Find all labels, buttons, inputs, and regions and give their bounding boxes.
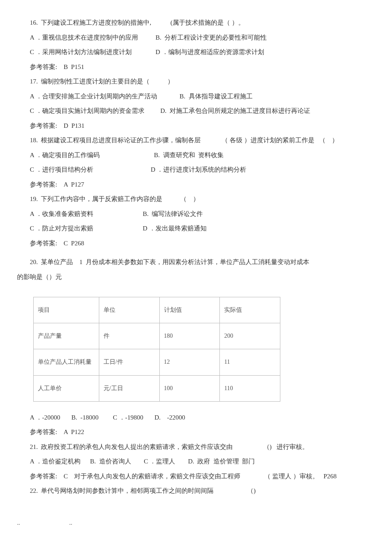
q20-ans: 参考答案: A P122 (30, 425, 375, 440)
q19-stem: 19. 下列工作内容中，属于反索赔工作内容的是 （ ） (30, 192, 375, 207)
q17-row2: C ．确定项目实施计划周期内的资金需求 D. 对施工承包合同所规定的施工进度目标… (30, 104, 375, 118)
table-row: 项目 单位 计划值 实际值 (34, 297, 280, 323)
q17-ans: 参考答案: D P131 (30, 118, 375, 133)
cell: 人工单价 (34, 375, 99, 401)
q17-row1: A ．合理安排施工企业计划周期内的生产活动 B. 具体指导建设工程施工 (30, 89, 375, 104)
cell: 件 (99, 323, 159, 349)
q19-ans: 参考答案: C P268 (30, 236, 375, 251)
q16-ans: 参考答案: B P151 (30, 60, 375, 75)
cell: 实际值 (220, 297, 280, 323)
cell: 工日/件 (99, 349, 159, 375)
cell: 180 (159, 323, 220, 349)
cell: 单位 (99, 297, 159, 323)
cell: 11 (220, 349, 280, 375)
q22-stem: 22. 单代号网络划时间参数计算中，相邻两项工作之间的时间间隔 （) (30, 483, 375, 498)
cell: 单位产品人工消耗量 (34, 349, 99, 375)
q16-row1: A ．重视信息技术在进度控制中的应用 B. 分析工程设计变更的必要性和可能性 (30, 30, 375, 45)
cell: 元/工日 (99, 375, 159, 401)
q19-row1: A ．收集准备索赔资料 B. 编写法律诉讼文件 (30, 207, 375, 221)
q18-row1: A ．确定项目的工作编码 B. 调查研究和 资料收集 (30, 148, 375, 163)
q16-stem: 16. 下列建设工程施工方进度控制的措施中, (属于技术措施的是（ ）。 (30, 15, 375, 30)
cell: 项目 (34, 297, 99, 323)
q21-row1: A ．造价鉴定机构 B. 造价咨询人 C ．监理人 D. 政府 造价管理 部门 (30, 454, 375, 469)
cell: 100 (159, 375, 220, 401)
table-row: 人工单价 元/工日 100 110 (34, 375, 280, 401)
cell: 200 (220, 323, 280, 349)
q18-ans: 参考答案: A P127 (30, 177, 375, 192)
cell: 110 (220, 375, 280, 401)
cell: 计划值 (159, 297, 220, 323)
q21-stem: 21. 政府投资工程的承包人向发包人提出的素赔请求，索赔文件应该交由 （) 进行… (30, 440, 375, 454)
q20-table: 项目 单位 计划值 实际值 产品产量 件 180 200 单位产品人工消耗量 工… (33, 297, 280, 402)
cell: 12 (159, 349, 220, 375)
q21-ans: 参考答案: C 对于承包人向发包人的索赔请求，索赔文件应该交由工程师 （ 监理人… (30, 469, 375, 484)
q20-opts: A ．-20000 B. -18000 C ．-19800 D. -22000 (30, 410, 375, 425)
q16-row2: C ．采用网络计划方法编制进度计划 D ．编制与进度相适应的资源需求计划 (30, 45, 375, 60)
q19-row2: C ．防止对方提出索赔 D ．发出最终索赔通知 (30, 221, 375, 236)
page-footer: .. .. (0, 507, 392, 526)
q20-stem1: 20. 某单位产品 1 月份成本相关参数如下表，用因素分析法计算，单位产品人工消… (30, 255, 375, 270)
q17-stem: 17. 编制控制性工进度计划的主要目的是（ ） (30, 74, 375, 89)
q18-row2: C ．进行项目结构分析 D ．进行进度计划系统的结构分析 (30, 162, 375, 177)
q18-stem: 18. 根据建设工程项目总进度目标论证的工作步骤，编制各层 （ 各级 ）进度计划… (30, 133, 375, 148)
cell: 产品产量 (34, 323, 99, 349)
table-row: 单位产品人工消耗量 工日/件 12 11 (34, 349, 280, 375)
table-row: 产品产量 件 180 200 (34, 323, 280, 349)
q20-stem2: 的影响是（）元 (17, 270, 375, 285)
